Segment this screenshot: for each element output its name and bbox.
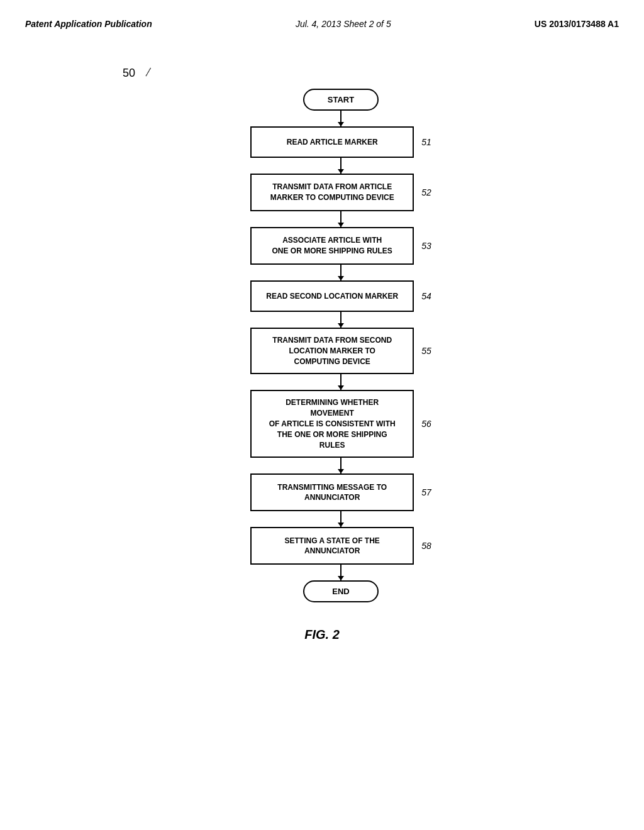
node-53-row: ASSOCIATE ARTICLE WITH ONE OR MORE SHIPP…: [250, 227, 431, 265]
diagram-label-50: 50: [123, 67, 135, 80]
node-end-row: END: [303, 580, 379, 602]
node-54: READ SECOND LOCATION MARKER: [250, 280, 414, 312]
node-51: READ ARTICLE MARKER: [250, 126, 414, 158]
step-label-58: 58: [421, 541, 431, 551]
node-53: ASSOCIATE ARTICLE WITH ONE OR MORE SHIPP…: [250, 227, 414, 265]
step-label-54: 54: [421, 291, 431, 301]
node-54-row: READ SECOND LOCATION MARKER 54: [250, 280, 431, 312]
arrow-6: [340, 374, 341, 390]
node-start-row: START: [303, 89, 379, 111]
arrow-3: [340, 211, 341, 227]
step-label-55: 55: [421, 346, 431, 356]
node-end: END: [303, 580, 379, 602]
arrow-9: [340, 565, 341, 580]
arrow-1: [340, 111, 341, 126]
header-left: Patent Application Publication: [25, 19, 152, 29]
step-label-57: 57: [421, 487, 431, 497]
diagram-label-container: 50 ⟋: [25, 67, 619, 86]
step-label-56: 56: [421, 419, 431, 429]
flowchart: START READ ARTICLE MARKER 51 TRANSMIT DA…: [250, 89, 431, 602]
page-header: Patent Application Publication Jul. 4, 2…: [25, 19, 619, 29]
header-right: US 2013/0173488 A1: [535, 19, 619, 29]
arrow-2: [340, 158, 341, 174]
node-start: START: [303, 89, 379, 111]
node-57: TRANSMITTING MESSAGE TO ANNUNCIATOR: [250, 473, 414, 511]
fig-label: FIG. 2: [304, 628, 340, 642]
node-51-row: READ ARTICLE MARKER 51: [250, 126, 431, 158]
step-label-52: 52: [421, 187, 431, 197]
node-58: SETTING A STATE OF THE ANNUNCIATOR: [250, 527, 414, 565]
step-label-51: 51: [421, 137, 431, 147]
node-57-row: TRANSMITTING MESSAGE TO ANNUNCIATOR 57: [250, 473, 431, 511]
step-label-53: 53: [421, 241, 431, 251]
node-55-row: TRANSMIT DATA FROM SECOND LOCATION MARKE…: [250, 328, 431, 374]
arrow-7: [340, 458, 341, 473]
node-56: DETERMINING WHETHER MOVEMENT OF ARTICLE …: [250, 390, 414, 458]
arrow-8: [340, 511, 341, 527]
arrow-4: [340, 265, 341, 280]
page: Patent Application Publication Jul. 4, 2…: [0, 0, 644, 830]
node-56-row: DETERMINING WHETHER MOVEMENT OF ARTICLE …: [250, 390, 431, 458]
header-center: Jul. 4, 2013 Sheet 2 of 5: [296, 19, 391, 29]
node-58-row: SETTING A STATE OF THE ANNUNCIATOR 58: [250, 527, 431, 565]
arrow-5: [340, 312, 341, 328]
node-52-row: TRANSMIT DATA FROM ARTICLE MARKER TO COM…: [250, 174, 431, 211]
node-55: TRANSMIT DATA FROM SECOND LOCATION MARKE…: [250, 328, 414, 374]
diagram-container: 50 ⟋ START READ ARTICLE MARKER 51: [25, 54, 619, 642]
node-52: TRANSMIT DATA FROM ARTICLE MARKER TO COM…: [250, 174, 414, 211]
diagram-label-slash: ⟋: [140, 62, 157, 82]
